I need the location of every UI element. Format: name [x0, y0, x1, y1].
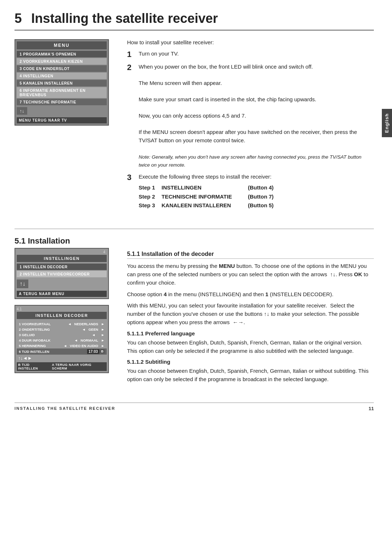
page-title: 5 Installing the satellite receiver: [15, 11, 374, 30]
menu-screen-title: MENU: [17, 41, 107, 49]
menu-item-6: 6 INFORMATIE ABONNEMENT EN BRIEVENBUS: [17, 87, 107, 98]
step-row-2: Step 2 TECHNISCHE INFORMATIE (Button 7): [139, 193, 274, 201]
step-row-3-label: Step 3: [139, 201, 159, 210]
step-row-2-label: Step 2: [139, 193, 159, 201]
steps-list: 1 Turn on your TV. 2 When you power on t…: [127, 50, 374, 211]
instellen-row-4-arrow-left: ◄: [74, 338, 78, 342]
step-row-1: Step 1 INSTELLINGEN (Button 4): [139, 184, 274, 192]
instellen-arrows-row: ↑↓◄►: [17, 355, 107, 362]
step-2-number: 2: [127, 63, 135, 72]
instellen-screen-bottom: B TIJD INSTELLEN A TERUG NAAR VORIG SCHE…: [17, 362, 107, 371]
instellen-row-1-arrow-right: ►: [101, 322, 105, 326]
instellen-row-3: 3 GELUID ◄ ►: [17, 332, 107, 338]
step-row-1-label: Step 1: [139, 184, 159, 192]
footer-page-num: 11: [369, 406, 374, 411]
menu-item-4: 4 INSTELLINGEN: [17, 73, 107, 79]
step-table: Step 1 INSTELLINGEN (Button 4) Step 2 TE…: [139, 184, 274, 210]
step-3-text: Execute the following three steps to ins…: [139, 173, 274, 211]
instellen-row-4-arrow-right: ►: [101, 338, 105, 342]
chapter-number: 5: [15, 11, 22, 26]
instellen-row-4-value: NORMAAL: [81, 338, 98, 342]
title-text: Installing the satellite receiver: [31, 11, 218, 26]
instellen-arrows: ↑↓◄►: [18, 355, 32, 361]
section-51-heading: 5.1 Installation: [15, 236, 374, 246]
step-2: 2 When you power on the box, the front L…: [127, 63, 374, 169]
section-5111-heading: 5.1.1.1 Preferred language: [127, 330, 374, 336]
intro-text: How to install your satellite receiver:: [127, 39, 374, 45]
section-5111-text: You can choose between English, Dutch, S…: [127, 338, 374, 355]
instellen-row-3-arrow-left: ◄: [92, 333, 95, 337]
step-1: 1 Turn on your TV.: [127, 50, 374, 59]
menu-item-2: 2 VOORKEURKANALEN KIEZEN: [17, 58, 107, 65]
step-3: 3 Execute the following three steps to i…: [127, 173, 374, 211]
decoder-screens-col: 4 INSTELLINGEN 1 INSTELLEN DECODER 2 INS…: [15, 248, 116, 387]
instellen-row-1-name: 1 VOORKEURTAAL: [19, 322, 68, 326]
step-row-3-button: (Button 5): [248, 201, 274, 210]
section-51-header: 5.1 Installation: [15, 235, 374, 248]
top-two-col: MENU 1 PROGRAMMA'S OPNEMEN 2 VOORKEURKAN…: [15, 39, 374, 214]
instellen-row-1-value: NEDERLANDS: [74, 322, 98, 326]
page-container: English 5 Installing the satellite recei…: [0, 0, 392, 555]
instellen-row-6-name: 6 TIJD INSTELLEN: [19, 350, 87, 354]
decoder-screen-4-label: 4: [17, 250, 107, 254]
step-row-3: Step 3 KANALEEN INSTALLEREN (Button 5): [139, 201, 274, 210]
step-1-text: Turn on your TV.: [139, 50, 179, 58]
step-2-text: When you power on the box, the front LED…: [139, 63, 374, 169]
instellen-row-1-arrow-left: ◄: [68, 322, 71, 326]
step-row-2-button: (Button 7): [248, 193, 274, 201]
section-511-heading: 5.1.1 Installation of the decoder: [127, 251, 374, 259]
page-footer: INSTALLING THE SATELLITE RECEIVER 11: [15, 403, 374, 411]
step-row-3-name: KANALEEN INSTALLEREN: [162, 201, 245, 210]
instellen-row-5-name: 5 HERINNERING: [19, 344, 64, 348]
side-tab: English: [382, 109, 392, 137]
step-row-2-name: TECHNISCHE INFORMATIE: [162, 193, 245, 201]
menu-item-3: 3 CODE EN KINDERSLOT: [17, 65, 107, 72]
instellen-screen-label: 4.1: [17, 307, 107, 311]
section-divider-1: [15, 229, 374, 229]
step-row-1-name: INSTELLINGEN: [162, 184, 245, 192]
instellen-row-6: 6 TIJD INSTELLEN 17:03 B: [17, 348, 107, 355]
instellen-row-2-arrow-left: ◄: [82, 327, 85, 331]
instellen-row-3-name: 3 GELUID: [19, 333, 92, 337]
step-row-1-button: (Button 4): [248, 184, 274, 192]
section-5112-text: You can choose between English, Dutch, S…: [127, 367, 374, 384]
section-511-para-2: Choose option 4 in the menu (INSTELLINGE…: [127, 290, 374, 298]
instellen-bottom-b: B TIJD INSTELLEN: [18, 363, 49, 370]
right-column: How to install your satellite receiver: …: [127, 39, 374, 214]
bottom-two-col: 4 INSTELLINGEN 1 INSTELLEN DECODER 2 INS…: [15, 248, 374, 387]
instellen-row-5-arrow-left: ◄: [64, 344, 67, 348]
instellen-row-2-name: 2 ONDERTITELING: [19, 327, 82, 331]
decoder-screen-item-2: 2 INSTELLEN TV/VIDEORECORDER: [17, 271, 107, 277]
main-content: 5 Installing the satellite receiver MENU…: [0, 0, 392, 555]
step-1-number: 1: [127, 50, 135, 59]
screen-spacer: [15, 299, 116, 305]
instellen-row-2: 2 ONDERTITELING ◄ GEEN ►: [17, 327, 107, 332]
instellen-row-2-arrow-right: ►: [101, 327, 105, 331]
step-3-number: 3: [127, 173, 135, 182]
instellen-time-value: 17:03: [87, 349, 99, 354]
instellen-row-5-arrow-right: ►: [101, 344, 105, 348]
instellen-row-5: 5 HERINNERING ◄ VIDEO EN AUDIO ►: [17, 343, 107, 348]
instellen-time-cursor: B: [100, 349, 105, 354]
menu-item-1: 1 PROGRAMMA'S OPNEMEN: [17, 51, 107, 57]
footer-title: INSTALLING THE SATELLITE RECEIVER: [15, 406, 115, 411]
decoder-screen-bottom: A TERUG NAAR MENU: [17, 291, 107, 297]
menu-arrows: ↑↓: [17, 107, 27, 115]
section-511-para-1: You access the menu by pressing the MENU…: [127, 262, 374, 287]
menu-item-7: 7 TECHNISCHE INFORMATIE: [17, 99, 107, 105]
instellen-row-1: 1 VOORKEURTAAL ◄ NEDERLANDS ►: [17, 321, 107, 327]
instellen-row-3-arrow-right: ►: [101, 333, 105, 337]
section-511-para-3: With this MENU, you can select your favo…: [127, 301, 374, 327]
instellen-row-5-value: VIDEO EN AUDIO: [70, 344, 98, 348]
menu-bottom-bar: MENU TERUG NAAR TV: [17, 117, 107, 123]
instellen-bottom-a: A TERUG NAAR VORIG SCHERM: [52, 363, 105, 370]
menu-screen: MENU 1 PROGRAMMA'S OPNEMEN 2 VOORKEURKAN…: [15, 39, 109, 126]
decoder-screen-item-1: 1 INSTELLEN DECODER: [17, 264, 107, 270]
decoder-arrows: ↑↓: [17, 279, 28, 288]
decoder-screen-4: 4 INSTELLINGEN 1 INSTELLEN DECODER 2 INS…: [15, 248, 109, 299]
left-column: MENU 1 PROGRAMMA'S OPNEMEN 2 VOORKEURKAN…: [15, 39, 116, 214]
instellen-screen-title: INSTELLEN DECODER: [17, 312, 107, 319]
section-5112-heading: 5.1.1.2 Subtitling: [127, 359, 374, 365]
instellen-row-2-value: GEEN: [89, 327, 98, 331]
instellen-row-4-name: 4 DUUR INFOBALK: [19, 338, 74, 342]
